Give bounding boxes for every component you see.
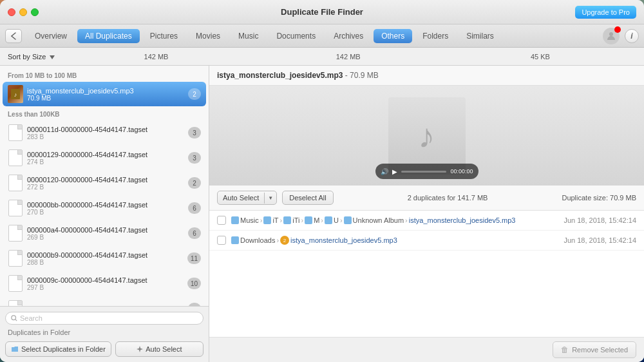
music-file-size: 70.9 MB [27,95,188,102]
user-avatar[interactable] [603,28,620,44]
file-size-1: 274 B [27,158,188,166]
traffic-lights [8,8,39,16]
auto-select-dropdown[interactable]: Auto Select ▼ [217,191,277,205]
file-name-4: 000000a4-00000000-454d4147.tagset [27,226,188,234]
file-name-6: 0000009c-00000000-454d4147.tagset [27,276,187,284]
tab-similars[interactable]: Similars [459,29,502,43]
file-item-music[interactable]: ♪ istya_monsterclub_joesidev5.mp3 70.9 M… [3,82,206,106]
maximize-button[interactable] [31,8,39,16]
tab-all-duplicates[interactable]: All Duplicates [77,29,140,43]
sort-label: Sort by Size [8,53,55,61]
file-icon-6 [8,274,23,292]
tab-archives[interactable]: Archives [326,29,371,43]
tab-folders[interactable]: Folders [415,29,456,43]
tab-music[interactable]: Music [231,29,266,43]
duplicates-count-info: 2 duplicates for 141.7 MB [339,194,557,202]
file-item-2[interactable]: 00000120-00000000-454d4147.tagset 272 B … [3,171,206,195]
search-row[interactable]: Search [5,312,204,325]
file-size-3: 270 B [27,209,188,216]
volume-icon[interactable]: 🔊 [381,168,388,175]
folder-icon-it [263,216,271,224]
section-header-1: From 10 MB to 100 MB [0,68,209,81]
preview-size: - 70.9 MB [345,71,379,80]
file-name-0: 0000011d-00000000-454d4147.tagset [27,126,188,133]
left-panel: From 10 MB to 100 MB ♪ istya_monsterclub… [0,66,209,362]
dup-item-0: Music › iT › iTi › M › U › [209,211,644,231]
main-content: From 10 MB to 100 MB ♪ istya_monsterclub… [0,66,644,362]
file-name-3: 000000bb-00000000-454d4147.tagset [27,201,188,209]
file-icon-7 [8,300,23,306]
select-duplicates-folder-button[interactable]: Select Duplicates in Folder [5,341,111,357]
folder-icon-music [231,216,239,224]
file-item-1[interactable]: 00000129-00000000-454d4147.tagset 274 B … [3,146,206,170]
music-preview: ♪ 🔊 ▶ 00:00:00 [209,86,644,186]
folder-icon [11,345,19,353]
file-size-0: 283 B [27,133,188,140]
svg-text:♪: ♪ [14,91,17,98]
tab-overview[interactable]: Overview [27,29,75,43]
tab-documents[interactable]: Documents [269,29,323,43]
folder-icon-u [325,216,332,224]
dup-checkbox-0[interactable] [217,216,226,225]
player-bar: 🔊 ▶ 00:00:00 [375,164,478,179]
right-panel: istya_monsterclub_joesidev5.mp3 - 70.9 M… [209,66,644,362]
file-badge-3: 6 [188,202,201,214]
file-icon-5 [8,249,23,267]
file-name-5: 000000b9-00000000-454d4147.tagset [27,251,187,259]
remove-bar: 🗑 Remove Selected [209,337,644,362]
file-badge-5: 11 [187,252,201,264]
file-name-2: 00000120-00000000-454d4147.tagset [27,176,188,184]
file-badge-6: 10 [187,278,201,289]
file-list: From 10 MB to 100 MB ♪ istya_monsterclub… [0,66,209,306]
file-icon-2 [8,174,23,192]
svg-point-3 [12,316,16,320]
auto-select-icon [137,346,143,352]
folder-icon-unknown [344,216,352,224]
dup-item-1: Downloads › 2 istya_monsterclub_joesidev… [209,231,644,251]
tab-pictures[interactable]: Pictures [142,29,185,43]
minimize-button[interactable] [19,8,27,16]
file-icon-1 [8,149,23,167]
svg-point-0 [609,32,613,36]
right-header: istya_monsterclub_joesidev5.mp3 - 70.9 M… [209,66,644,86]
window-title: Duplicate File Finder [281,7,363,17]
file-item-4[interactable]: 000000a4-00000000-454d4147.tagset 269 B … [3,221,206,245]
back-button[interactable] [5,29,22,43]
file-size-5: 288 B [27,259,187,266]
select-folder-label: Select Duplicates in Folder [21,345,106,353]
auto-select-footer-button[interactable]: Auto Select [115,341,204,357]
progress-bar[interactable] [401,171,447,173]
info-button[interactable]: i [625,29,639,43]
file-item-5[interactable]: 000000b9-00000000-454d4147.tagset 288 B … [3,246,206,271]
file-badge-0: 3 [188,127,201,138]
file-icon-3 [8,199,23,217]
stat-1: 142 MB [60,53,252,61]
upgrade-button[interactable]: Upgrade to Pro [575,6,636,19]
tab-others[interactable]: Others [374,29,412,43]
titlebar: Duplicate File Finder Upgrade to Pro [0,0,644,24]
tab-movies[interactable]: Movies [188,29,228,43]
duplicates-in-folder-label: Duplicates in Folder [5,329,204,338]
close-button[interactable] [8,8,15,16]
deselect-all-button[interactable]: Deselect All [282,191,333,205]
stat-2: 142 MB [252,53,444,61]
file-size-4: 269 B [27,234,188,241]
music-file-icon: ♪ [8,85,23,103]
folder-icon-downloads [231,236,239,244]
file-item-3[interactable]: 000000bb-00000000-454d4147.tagset 270 B … [3,196,206,220]
dup-date-0: Jun 18, 2018, 15:42:14 [564,216,636,224]
dup-checkbox-1[interactable] [217,236,226,245]
file-item-0[interactable]: 0000011d-00000000-454d4147.tagset 283 B … [3,120,206,145]
search-placeholder: Search [20,314,43,322]
file-size-6: 297 B [27,284,187,291]
file-name-1: 00000129-00000000-454d4147.tagset [27,151,188,158]
file-item-6[interactable]: 0000009c-00000000-454d4147.tagset 297 B … [3,271,206,296]
play-button[interactable]: ▶ [392,168,397,175]
file-icon-4 [8,224,23,242]
album-art: ♪ [388,97,466,175]
search-icon [11,315,17,321]
file-item-7[interactable]: 000000f0-00000000-454d4147.tagset 6 [3,296,206,306]
remove-selected-button[interactable]: 🗑 Remove Selected [553,341,636,358]
dup-path-1: Downloads › 2 istya_monsterclub_joesidev… [231,236,558,245]
auto-select-arrow-icon[interactable]: ▼ [264,193,276,204]
